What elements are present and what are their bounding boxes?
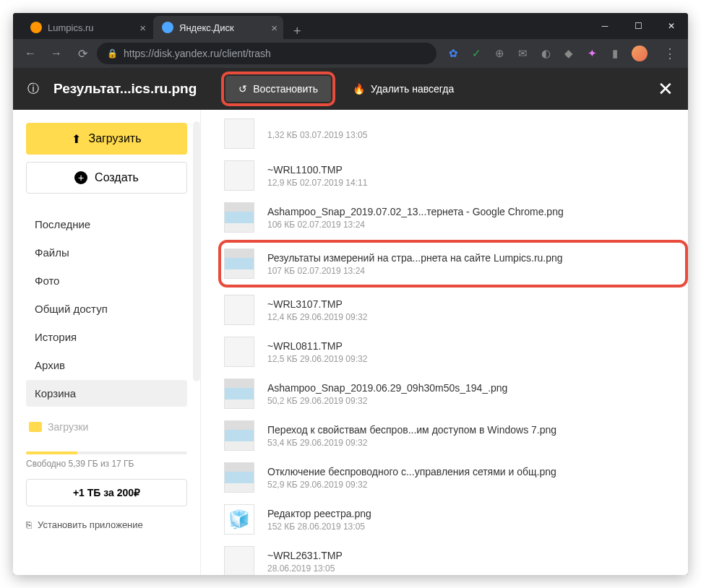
fire-icon: 🔥 (353, 83, 365, 95)
new-tab-button[interactable]: + (285, 24, 310, 39)
url-text: https://disk.yandex.ru/client/trash (124, 48, 271, 59)
file-thumb (224, 118, 254, 149)
file-row[interactable]: 🧊Редактор реестра.png152 КБ 28.06.2019 1… (221, 498, 688, 540)
file-info: Редактор реестра.png152 КБ 28.06.2019 13… (267, 508, 674, 532)
folder-label: Загрузки (48, 421, 88, 433)
file-name: ~WRL3107.TMP (267, 298, 674, 310)
file-row[interactable]: ~WRL1100.TMP12,9 КБ 02.07.2019 14:11 (221, 155, 688, 196)
file-row[interactable]: ~WRL2631.TMP28.06.2019 13:05 (221, 540, 688, 575)
minimize-button[interactable]: ─ (588, 13, 622, 39)
file-thumb (224, 420, 254, 451)
back-button[interactable]: ← (19, 42, 42, 65)
file-name: Редактор реестра.png (267, 508, 674, 519)
upload-icon: ⬆ (72, 132, 81, 146)
file-name: Ashampoo_Snap_2019.06.29_09h30m50s_194_.… (267, 382, 674, 394)
ext-icon[interactable]: ✉ (516, 47, 529, 60)
ext-icon[interactable]: ⊕ (493, 47, 506, 60)
menu-button[interactable]: ⋮ (658, 46, 682, 61)
file-meta: 53,4 КБ 29.06.2019 09:32 (267, 438, 674, 448)
close-button[interactable]: ✕ (655, 13, 688, 39)
file-row[interactable]: 1,32 КБ 03.07.2019 13:05 (221, 113, 688, 155)
file-thumb (224, 248, 254, 279)
file-thumb (224, 160, 254, 191)
file-meta: 12,5 КБ 29.06.2019 09:32 (267, 354, 674, 364)
lock-icon: 🔒 (107, 48, 118, 59)
install-app[interactable]: ⎘ Установить приложение (26, 519, 187, 530)
file-info: ~WRL3107.TMP12,4 КБ 29.06.2019 09:32 (267, 298, 674, 322)
file-meta: 12,4 КБ 29.06.2019 09:32 (267, 312, 674, 322)
page-content: ⓘ Результат...ics.ru.png ↺ Восстановить … (13, 68, 688, 575)
upload-label: Загрузить (88, 132, 141, 145)
selected-filename: Результат...ics.ru.png (53, 81, 197, 97)
delete-forever-button[interactable]: 🔥 Удалить навсегда (340, 76, 467, 102)
file-row[interactable]: Переход к свойствам беспров...им доступо… (221, 415, 688, 457)
scrollbar-thumb[interactable] (193, 121, 200, 381)
ext-icon[interactable]: ✓ (470, 47, 483, 60)
file-info: Переход к свойствам беспров...им доступо… (267, 424, 674, 448)
file-name: Ashampoo_Snap_2019.07.02_13...тернета - … (267, 206, 674, 217)
file-info: Ashampoo_Snap_2019.06.29_09h30m50s_194_.… (267, 382, 674, 406)
file-thumb (224, 295, 254, 325)
browser-window: Lumpics.ru × Яндекс.Диск × + ─ ☐ ✕ ← → ⟳… (13, 13, 688, 575)
sidebar-item[interactable]: Файлы (26, 239, 187, 266)
tab-lumpics[interactable]: Lumpics.ru × (22, 16, 152, 39)
window-controls: ─ ☐ ✕ (588, 13, 688, 39)
extensions: ✿ ✓ ⊕ ✉ ◐ ◆ ✦ ▮ (439, 46, 655, 61)
info-icon[interactable]: ⓘ (27, 82, 39, 97)
file-info: Результаты измерений на стра...рнета на … (267, 252, 671, 276)
file-thumb (224, 202, 254, 233)
restore-label: Восстановить (253, 83, 318, 95)
forward-button[interactable]: → (45, 42, 68, 65)
sidebar-item[interactable]: Общий доступ (26, 295, 187, 322)
download-icon: ⎘ (26, 519, 32, 530)
ext-icon[interactable]: ◐ (539, 47, 552, 60)
restore-button[interactable]: ↺ Восстановить (225, 76, 331, 102)
tabs: Lumpics.ru × Яндекс.Диск × + (13, 13, 310, 39)
avatar[interactable] (632, 46, 648, 61)
file-row[interactable]: Отключение беспроводного с...управления … (221, 457, 688, 498)
file-meta: 52,9 КБ 29.06.2019 09:32 (267, 480, 674, 490)
sidebar-item[interactable]: История (26, 324, 187, 350)
file-row[interactable]: Ashampoo_Snap_2019.07.02_13...тернета - … (221, 196, 688, 238)
file-meta: 107 КБ 02.07.2019 13:24 (267, 266, 671, 276)
file-name: Результаты измерений на стра...рнета на … (267, 252, 671, 264)
ext-icon[interactable]: ▮ (608, 47, 622, 60)
sidebar-item[interactable]: Архив (26, 352, 187, 379)
storage-text: Свободно 5,39 ГБ из 17 ГБ (26, 459, 187, 469)
file-name: ~WRL1100.TMP (267, 164, 674, 176)
sidebar-item[interactable]: Корзина (26, 380, 187, 407)
close-actionbar[interactable]: ✕ (658, 78, 674, 100)
file-row[interactable]: Ashampoo_Snap_2019.06.29_09h30m50s_194_.… (221, 373, 688, 415)
close-icon[interactable]: × (271, 22, 278, 34)
promo-button[interactable]: +1 ТБ за 200₽ (26, 479, 187, 506)
address-bar[interactable]: 🔒 https://disk.yandex.ru/client/trash (97, 43, 436, 64)
install-label: Установить приложение (38, 519, 143, 530)
ext-icon[interactable]: ✦ (585, 47, 598, 60)
folder-icon (29, 422, 42, 432)
sidebar-item[interactable]: Фото (26, 267, 187, 294)
file-meta: 50,2 КБ 29.06.2019 09:32 (267, 396, 674, 406)
favicon (162, 22, 173, 33)
file-meta: 152 КБ 28.06.2019 13:05 (267, 522, 674, 532)
maximize-button[interactable]: ☐ (622, 13, 655, 39)
ext-icon[interactable]: ✿ (447, 47, 460, 60)
upload-button[interactable]: ⬆ Загрузить (26, 123, 187, 155)
sidebar-item[interactable]: Последние (26, 211, 187, 238)
tab-yandex-disk[interactable]: Яндекс.Диск × (153, 16, 283, 39)
file-info: Ashampoo_Snap_2019.07.02_13...тернета - … (267, 206, 674, 230)
file-row[interactable]: Результаты измерений на стра...рнета на … (221, 243, 685, 285)
close-icon[interactable]: × (139, 22, 146, 34)
folder-downloads[interactable]: Загрузки (26, 415, 187, 438)
file-name: ~WRL0811.TMP (267, 340, 674, 352)
tab-title: Lumpics.ru (48, 22, 94, 33)
create-button[interactable]: + Создать (26, 162, 187, 194)
ext-icon[interactable]: ◆ (562, 47, 575, 60)
file-meta: 12,9 КБ 02.07.2019 14:11 (267, 178, 674, 188)
reload-button[interactable]: ⟳ (71, 42, 94, 65)
favicon (30, 22, 42, 33)
file-row[interactable]: ~WRL0811.TMP12,5 КБ 29.06.2019 09:32 (221, 331, 688, 373)
sidebar: ⬆ Загрузить + Создать ПоследниеФайлыФото… (13, 110, 201, 575)
delete-label: Удалить навсегда (371, 83, 454, 95)
file-thumb (224, 546, 254, 575)
file-row[interactable]: ~WRL3107.TMP12,4 КБ 29.06.2019 09:32 (221, 289, 688, 331)
